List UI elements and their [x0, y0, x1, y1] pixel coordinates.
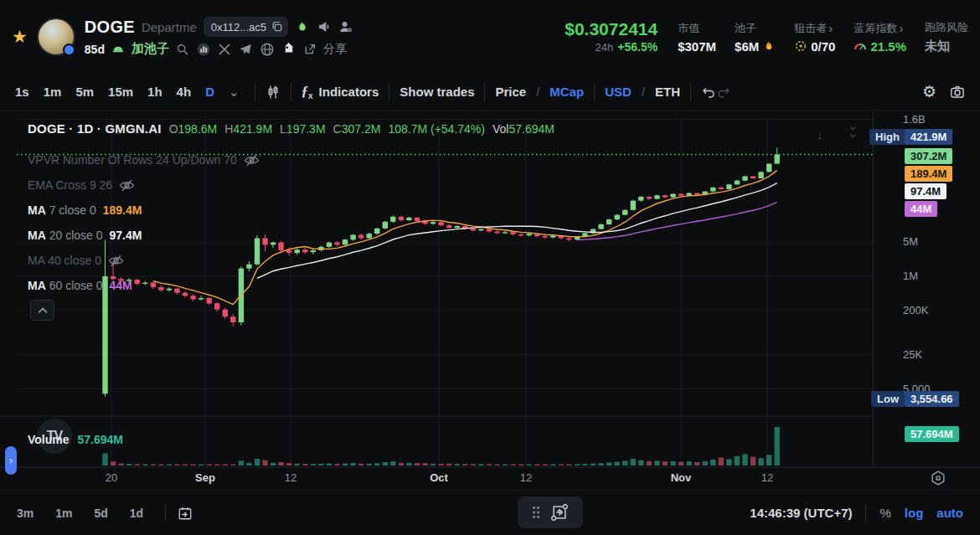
chart-app-icon[interactable]	[196, 42, 211, 57]
tag-icon[interactable]	[281, 42, 297, 57]
clock-utc[interactable]: 14:46:39 (UTC+7)	[750, 506, 852, 520]
helmet-icon	[111, 43, 125, 56]
token-price: $0.3072414	[565, 19, 658, 39]
fire-icon	[762, 39, 776, 53]
volume-pane-value: 57.694M	[78, 433, 123, 446]
drag-dots-icon[interactable]	[532, 506, 540, 519]
timeframe-1s[interactable]: 1s	[15, 85, 29, 99]
stat-label: 蓝筹指数	[854, 21, 897, 36]
favorite-star-icon[interactable]: ★	[12, 27, 28, 47]
price-mode-toggle[interactable]: Price	[495, 85, 526, 99]
gmgn-trading-page: ★ DOGE Departme 0x112...ac5 85d	[0, 0, 980, 535]
change-value: 108.7M (+54.74%)	[388, 122, 485, 136]
range-1m[interactable]: 1m	[55, 507, 72, 520]
high-badge-label: High	[869, 129, 905, 145]
auto-scale-toggle[interactable]: auto	[936, 506, 963, 520]
eth-toggle[interactable]: ETH	[655, 85, 680, 99]
range-3m[interactable]: 3m	[17, 507, 34, 520]
stat-label: 跑路风险	[925, 20, 968, 35]
indicator-vpvr: VPVR Number Of Rows 24 Up/Down 70	[28, 152, 260, 168]
scroll-right-hint-icon[interactable]: ⌄⌄	[848, 121, 859, 136]
settings-gear-icon[interactable]: ⚙	[922, 82, 936, 101]
stat-pool: 池子 $6M	[735, 21, 776, 54]
chevron-right-icon: ›	[899, 24, 903, 33]
x-axis-tick: 20	[106, 471, 117, 484]
chart-toolbar: 1s 1m 5m 15m 1h 4h D ⌄ ƒx Indicators Sho…	[0, 74, 980, 111]
website-globe-icon[interactable]	[260, 42, 275, 57]
change-period-label: 24h	[596, 41, 614, 54]
low-value: 197.3M	[286, 122, 326, 136]
timeframe-5m[interactable]: 5m	[75, 85, 94, 99]
usd-toggle[interactable]: USD	[605, 85, 632, 99]
contract-address-pill[interactable]: 0x112...ac5	[204, 17, 288, 37]
timeframe-1h[interactable]: 1h	[147, 85, 162, 99]
timezone-hexagon-icon[interactable]	[930, 470, 946, 486]
stat-rug-risk: 跑路风险 未知	[925, 20, 968, 54]
ma60-badge: 44M	[905, 201, 937, 217]
screenshot-camera-icon[interactable]	[950, 85, 965, 100]
telegram-icon[interactable]	[238, 42, 253, 57]
eye-off-icon[interactable]	[108, 253, 124, 269]
sniper-target-icon	[794, 39, 807, 53]
indicators-button[interactable]: ƒx Indicators	[302, 83, 379, 100]
chevron-up-icon	[38, 307, 48, 314]
scroll-down-hint-icon[interactable]: ↓	[817, 127, 823, 141]
timeframe-4h[interactable]: 4h	[177, 85, 192, 99]
dev-profile-icon[interactable]	[338, 19, 353, 34]
x-axis-tick: Nov	[671, 471, 692, 484]
stat-bluechip[interactable]: 蓝筹指数› 21.5%	[854, 21, 906, 54]
timeframe-dropdown-icon[interactable]: ⌄	[229, 85, 240, 100]
flame-icon[interactable]	[295, 19, 310, 34]
megaphone-icon[interactable]	[317, 19, 332, 34]
mcap-mode-toggle[interactable]: MCap	[549, 85, 584, 99]
resize-axes-icon[interactable]	[550, 503, 569, 522]
log-scale-toggle[interactable]: log	[905, 506, 924, 520]
range-5d[interactable]: 5d	[94, 507, 107, 520]
ma20-value: 97.4M	[110, 229, 142, 242]
stat-snipers[interactable]: 狙击者› 0/70	[794, 21, 835, 54]
volume-value: 57.694M	[508, 122, 554, 136]
go-to-date-calendar-icon[interactable]	[178, 506, 193, 521]
candle-style-icon[interactable]	[266, 85, 281, 100]
sidebar-expand-handle[interactable]: ›	[5, 446, 17, 475]
show-trades-button[interactable]: Show trades	[400, 85, 474, 99]
collapse-indicators-button[interactable]	[30, 300, 54, 321]
add-pool-button[interactable]: 加池子	[132, 41, 169, 57]
copy-icon[interactable]	[271, 20, 284, 33]
stat-label: 池子	[735, 21, 776, 36]
timeframe-1d-active[interactable]: D	[205, 85, 214, 99]
redo-icon[interactable]	[716, 85, 731, 100]
eye-off-icon[interactable]	[119, 177, 135, 193]
stat-label: 市值	[678, 21, 716, 36]
price-axis[interactable]	[873, 111, 874, 467]
stat-value: $6M	[735, 39, 759, 54]
chart-section: DOGE · 1D · GMGN.AI O198.6M H421.9M L197…	[0, 111, 980, 490]
ma60-value: 44M	[110, 279, 132, 292]
range-1d[interactable]: 1d	[130, 507, 143, 520]
search-icon[interactable]	[176, 43, 189, 56]
chart-legend: DOGE · 1D · GMGN.AI O198.6M H421.9M L197…	[28, 121, 554, 136]
eye-off-icon[interactable]	[244, 152, 260, 168]
contract-address: 0x112...ac5	[211, 21, 266, 33]
share-button[interactable]: 分享	[323, 42, 347, 57]
volume-badge: 57.694M	[905, 426, 959, 442]
percent-scale-toggle[interactable]: %	[879, 506, 890, 520]
token-age: 85d	[85, 43, 105, 56]
stat-value: 21.5%	[870, 39, 906, 54]
bottom-toolbar: 3m 1m 5d 1d 14:46:39 (UTC+7) % log auto	[0, 490, 980, 535]
chart-pane-controls[interactable]	[518, 496, 583, 528]
low-badge-label: Low	[871, 391, 905, 407]
ma7-value: 189.4M	[103, 203, 142, 217]
ma7-badge: 189.4M	[905, 166, 952, 182]
indicator-ma60: MA 60 close 0 44M	[28, 277, 132, 294]
timeframe-1m[interactable]: 1m	[44, 85, 62, 99]
x-twitter-icon[interactable]	[218, 43, 231, 56]
timeframe-15m[interactable]: 15m	[108, 85, 133, 99]
indicator-ma40: MA 40 close 0	[28, 252, 124, 269]
indicator-ma20: MA 20 close 0 97.4M	[28, 227, 142, 244]
high-badge-value: 421.9M	[905, 129, 952, 145]
undo-icon[interactable]	[701, 85, 716, 100]
token-avatar[interactable]	[37, 18, 75, 56]
stat-value: $307M	[678, 39, 716, 54]
external-link-icon[interactable]	[303, 43, 317, 56]
